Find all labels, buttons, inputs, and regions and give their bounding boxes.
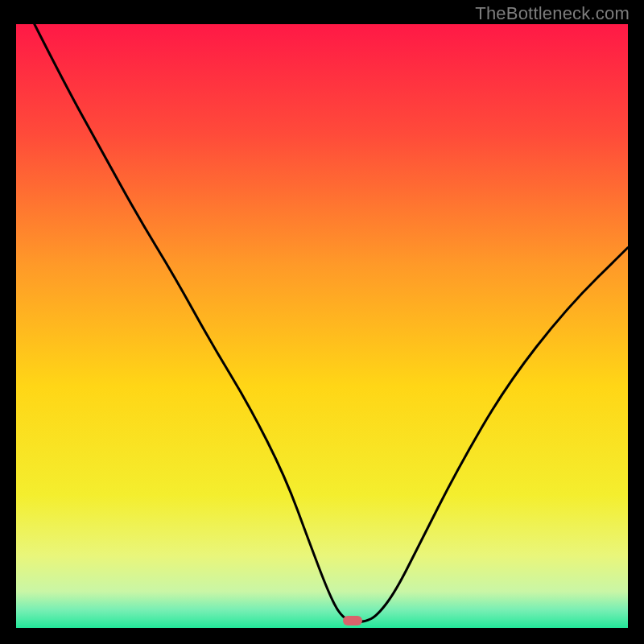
gradient-background xyxy=(16,24,628,628)
chart-plot-area xyxy=(16,24,628,628)
chart-frame: TheBottleneck.com xyxy=(0,0,644,644)
watermark-text: TheBottleneck.com xyxy=(475,3,630,24)
valley-marker xyxy=(343,616,362,625)
chart-svg xyxy=(16,24,628,628)
